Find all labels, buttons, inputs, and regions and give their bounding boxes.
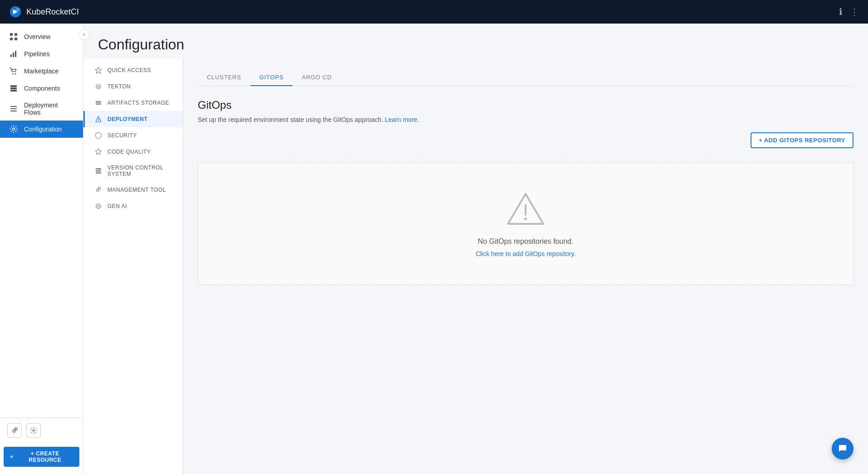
menu-item-management-tool[interactable]: MANAGEMENT TOOL <box>83 182 183 198</box>
svg-rect-4 <box>15 33 17 36</box>
sidebar-collapse-button[interactable]: ‹ <box>78 29 89 40</box>
main-content: CLUSTERS GITOPS ARGO CD GitOps Set up th… <box>183 58 868 474</box>
menu-item-deployment[interactable]: DEPLOYMENT <box>83 111 183 127</box>
gen-ai-icon <box>94 203 103 210</box>
marketplace-icon <box>9 67 19 75</box>
svg-rect-29 <box>96 170 101 172</box>
svg-rect-5 <box>10 38 13 40</box>
svg-rect-6 <box>15 38 17 40</box>
svg-point-38 <box>524 218 527 220</box>
svg-rect-8 <box>13 53 14 57</box>
tab-clusters[interactable]: CLUSTERS <box>198 69 250 86</box>
tab-gitops[interactable]: GITOPS <box>250 69 293 86</box>
artifacts-storage-icon <box>94 99 103 106</box>
version-control-icon <box>94 167 103 174</box>
add-button-container: + ADD GITOPS REPOSITORY <box>198 132 853 155</box>
svg-rect-13 <box>10 87 17 89</box>
empty-state-action-link[interactable]: Click here to add GitOps repository. <box>476 250 576 257</box>
gitops-desc-text: Set up the required environment state us… <box>198 116 383 123</box>
tab-clusters-label: CLUSTERS <box>207 74 241 81</box>
menu-item-label-security: SECURITY <box>107 132 137 139</box>
tab-argo-cd-label: ARGO CD <box>302 74 332 81</box>
components-icon <box>9 84 19 92</box>
inner-layout: QUICK ACCESS TEKTON ARTIFACTS STORAGE <box>83 58 868 474</box>
tekton-icon <box>94 83 103 90</box>
page-title: Configuration <box>98 36 853 53</box>
svg-rect-12 <box>10 85 17 87</box>
add-gitops-repository-button[interactable]: + ADD GITOPS REPOSITORY <box>751 132 853 148</box>
svg-point-18 <box>13 128 15 131</box>
tab-argo-cd[interactable]: ARGO CD <box>293 69 341 86</box>
sidebar-item-deployment-flows[interactable]: Deployment Flows <box>0 97 83 121</box>
sidebar-item-label-deployment-flows: Deployment Flows <box>24 102 76 116</box>
svg-rect-28 <box>96 168 101 169</box>
svg-point-19 <box>33 430 34 431</box>
management-tool-icon <box>94 186 103 193</box>
menu-item-label-tekton: TEKTON <box>107 83 131 90</box>
menu-item-label-quick-access: QUICK ACCESS <box>107 67 151 73</box>
menu-item-label-deployment: DEPLOYMENT <box>107 116 147 122</box>
menu-item-security[interactable]: SECURITY <box>83 127 183 144</box>
settings-icon-button[interactable] <box>26 423 41 438</box>
deployment-icon <box>94 116 103 123</box>
menu-item-tekton[interactable]: TEKTON <box>83 78 183 95</box>
svg-point-26 <box>98 120 99 121</box>
menu-item-label-management-tool: MANAGEMENT TOOL <box>107 187 166 193</box>
content-area: Configuration QUICK ACCESS TEKTON <box>83 24 868 474</box>
info-button[interactable]: ℹ <box>839 6 843 17</box>
menu-item-version-control[interactable]: VERSION CONTROL SYSTEM <box>83 160 183 182</box>
create-resource-plus: + <box>10 454 14 460</box>
svg-rect-22 <box>96 101 101 102</box>
wrench-icon-button[interactable] <box>7 423 22 438</box>
sidebar-item-components[interactable]: Components <box>0 80 83 97</box>
app-logo <box>9 5 22 18</box>
warning-triangle-icon <box>505 190 546 227</box>
menu-item-label-artifacts-storage: ARTIFACTS STORAGE <box>107 100 169 106</box>
sidebar-item-marketplace[interactable]: Marketplace <box>0 63 83 80</box>
sidebar-item-configuration[interactable]: Configuration <box>0 121 83 138</box>
svg-rect-15 <box>10 106 17 107</box>
warning-icon-wrap <box>505 190 546 228</box>
gitops-learn-more-link[interactable]: Learn more. <box>385 116 419 123</box>
more-menu-button[interactable]: ⋮ <box>850 6 859 17</box>
navbar-right: ℹ ⋮ <box>839 6 859 17</box>
sidebar-item-pipelines[interactable]: Pipelines <box>0 45 83 63</box>
left-menu: QUICK ACCESS TEKTON ARTIFACTS STORAGE <box>83 58 183 474</box>
chat-fab-button[interactable] <box>832 438 853 459</box>
security-icon <box>94 132 103 139</box>
configuration-icon <box>9 125 19 133</box>
create-resource-label: + CREATE RESOURCE <box>17 450 73 463</box>
sidebar-item-label-configuration: Configuration <box>24 126 62 133</box>
sidebar-item-label-overview: Overview <box>24 33 50 40</box>
empty-state-container: No GitOps repositories found. Click here… <box>198 163 853 285</box>
menu-item-artifacts-storage[interactable]: ARTIFACTS STORAGE <box>83 95 183 111</box>
svg-rect-30 <box>96 172 101 174</box>
svg-rect-7 <box>10 54 12 57</box>
menu-item-label-code-quality: CODE QUALITY <box>107 149 151 155</box>
menu-item-label-version-control: VERSION CONTROL SYSTEM <box>107 164 174 177</box>
svg-rect-24 <box>96 104 101 105</box>
sidebar-item-label-pipelines: Pipelines <box>24 50 50 58</box>
svg-rect-3 <box>10 33 13 36</box>
svg-rect-23 <box>96 102 101 103</box>
tabs-bar: CLUSTERS GITOPS ARGO CD <box>198 69 853 86</box>
svg-rect-14 <box>10 90 17 92</box>
menu-item-gen-ai[interactable]: GEN AI <box>83 198 183 214</box>
create-resource-button[interactable]: + + CREATE RESOURCE <box>4 447 79 467</box>
menu-item-code-quality[interactable]: CODE QUALITY <box>83 144 183 160</box>
empty-state-message: No GitOps repositories found. <box>478 237 574 246</box>
menu-item-quick-access[interactable]: QUICK ACCESS <box>83 62 183 78</box>
sidebar-bottom <box>0 417 83 443</box>
gitops-section: GitOps Set up the required environment s… <box>198 99 853 285</box>
gitops-description: Set up the required environment state us… <box>198 116 853 123</box>
deployment-flows-icon <box>9 105 19 113</box>
top-navbar: KubeRocketCI ℹ ⋮ <box>0 0 868 24</box>
gitops-title: GitOps <box>198 99 853 111</box>
svg-rect-16 <box>10 108 17 109</box>
tab-gitops-label: GITOPS <box>259 74 284 81</box>
sidebar-item-overview[interactable]: Overview <box>0 28 83 45</box>
chat-icon <box>837 443 848 454</box>
main-layout: ‹ Overview Pipelines Marketp <box>0 24 868 474</box>
sidebar-item-label-components: Components <box>24 85 60 92</box>
svg-point-10 <box>12 73 14 75</box>
